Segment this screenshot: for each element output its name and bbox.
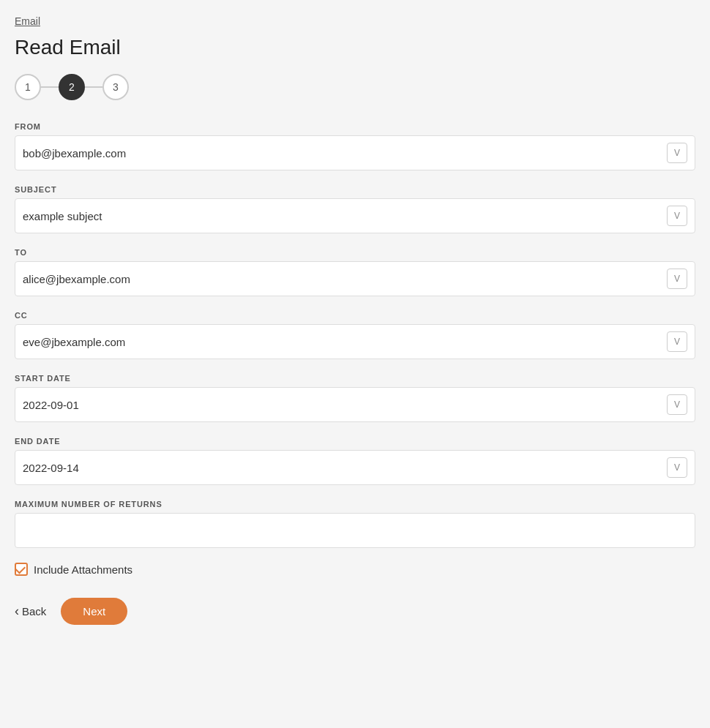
include-attachments-label: Include Attachments	[34, 563, 132, 576]
from-label: FROM	[15, 122, 695, 131]
from-value: bob@jbexample.com	[23, 147, 667, 160]
cc-value: eve@jbexample.com	[23, 336, 667, 348]
from-field[interactable]: bob@jbexample.com V	[15, 135, 695, 170]
to-field[interactable]: alice@jbexample.com V	[15, 261, 695, 296]
cc-label: CC	[15, 311, 695, 320]
cc-field[interactable]: eve@jbexample.com V	[15, 324, 695, 359]
stepper: 1 2 3	[15, 74, 695, 100]
subject-variable-icon[interactable]: V	[667, 206, 687, 226]
include-attachments-row[interactable]: Include Attachments	[15, 563, 695, 576]
from-variable-icon[interactable]: V	[667, 143, 687, 163]
subject-value: example subject	[23, 210, 667, 222]
page-title: Read Email	[15, 36, 695, 59]
start-date-value: 2022-09-01	[23, 399, 667, 411]
start-date-variable-icon[interactable]: V	[667, 394, 687, 415]
end-date-field-section: END DATE 2022-09-14 V	[15, 437, 695, 485]
start-date-field-section: START DATE 2022-09-01 V	[15, 374, 695, 422]
to-value: alice@jbexample.com	[23, 273, 667, 285]
step-connector-2	[85, 86, 102, 88]
from-field-section: FROM bob@jbexample.com V	[15, 122, 695, 170]
start-date-field[interactable]: 2022-09-01 V	[15, 387, 695, 422]
end-date-variable-icon[interactable]: V	[667, 457, 687, 478]
step-2[interactable]: 2	[59, 74, 85, 100]
end-date-field[interactable]: 2022-09-14 V	[15, 450, 695, 485]
subject-field-section: SUBJECT example subject V	[15, 185, 695, 233]
breadcrumb-link[interactable]: Email	[15, 15, 40, 27]
back-button[interactable]: Back	[15, 604, 46, 619]
subject-field[interactable]: example subject V	[15, 198, 695, 233]
max-returns-field[interactable]	[15, 513, 695, 548]
to-field-section: TO alice@jbexample.com V	[15, 248, 695, 296]
include-attachments-checkbox[interactable]	[15, 563, 28, 576]
step-1[interactable]: 1	[15, 74, 41, 100]
end-date-label: END DATE	[15, 437, 695, 446]
to-label: TO	[15, 248, 695, 257]
max-returns-field-section: MAXIMUM NUMBER OF RETURNS	[15, 500, 695, 548]
step-3[interactable]: 3	[102, 74, 129, 100]
next-button[interactable]: Next	[61, 598, 127, 625]
step-connector-1	[41, 86, 59, 88]
to-variable-icon[interactable]: V	[667, 269, 687, 289]
start-date-label: START DATE	[15, 374, 695, 383]
cc-field-section: CC eve@jbexample.com V	[15, 311, 695, 359]
max-returns-label: MAXIMUM NUMBER OF RETURNS	[15, 500, 695, 509]
footer-actions: Back Next	[15, 598, 695, 625]
cc-variable-icon[interactable]: V	[667, 331, 687, 352]
subject-label: SUBJECT	[15, 185, 695, 194]
end-date-value: 2022-09-14	[23, 462, 667, 474]
